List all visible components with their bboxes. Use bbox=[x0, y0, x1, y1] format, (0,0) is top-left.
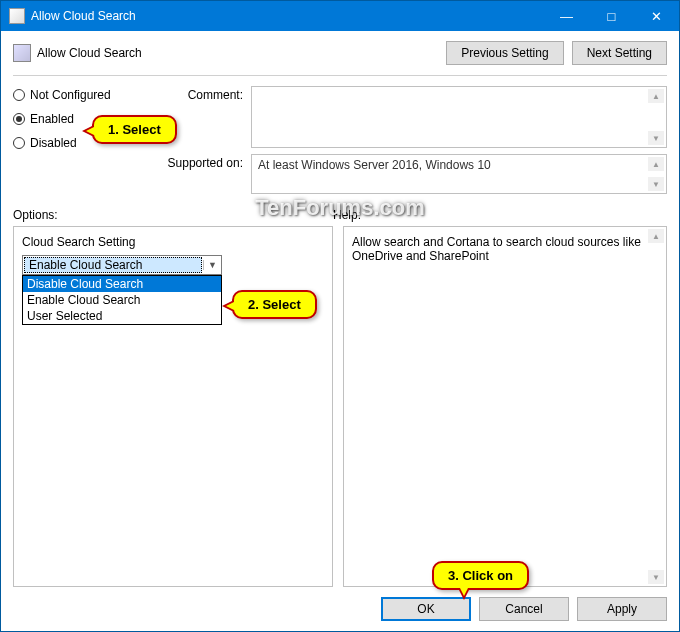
close-button[interactable]: ✕ bbox=[634, 1, 679, 31]
help-label: Help: bbox=[333, 208, 361, 222]
supported-text: At least Windows Server 2016, Windows 10 bbox=[258, 158, 491, 172]
supported-label: Supported on: bbox=[163, 154, 243, 194]
previous-setting-button[interactable]: Previous Setting bbox=[446, 41, 563, 65]
panes: Cloud Search Setting Enable Cloud Search… bbox=[13, 226, 667, 587]
comment-textarea[interactable]: ▲ ▼ bbox=[251, 86, 667, 148]
scroll-up-icon[interactable]: ▲ bbox=[648, 229, 664, 243]
annotation-callout-1: 1. Select bbox=[92, 115, 177, 144]
dialog-window: Allow Cloud Search — □ ✕ Allow Cloud Sea… bbox=[0, 0, 680, 632]
policy-title: Allow Cloud Search bbox=[37, 46, 446, 60]
titlebar-buttons: — □ ✕ bbox=[544, 1, 679, 31]
radio-not-configured[interactable]: Not Configured bbox=[13, 88, 163, 102]
radio-label: Not Configured bbox=[30, 88, 111, 102]
options-pane: Cloud Search Setting Enable Cloud Search… bbox=[13, 226, 333, 587]
cloud-search-dropdown[interactable]: Enable Cloud Search ▼ Disable Cloud Sear… bbox=[22, 255, 222, 275]
chevron-down-icon: ▼ bbox=[203, 260, 221, 270]
scroll-up-icon[interactable]: ▲ bbox=[648, 89, 664, 103]
dropdown-item-user-selected[interactable]: User Selected bbox=[23, 308, 221, 324]
titlebar: Allow Cloud Search — □ ✕ bbox=[1, 1, 679, 31]
scroll-up-icon[interactable]: ▲ bbox=[648, 157, 664, 171]
dialog-buttons: OK Cancel Apply bbox=[13, 587, 667, 621]
radio-icon bbox=[13, 89, 25, 101]
config-right: Comment: ▲ ▼ Supported on: bbox=[163, 86, 667, 194]
help-text: Allow search and Cortana to search cloud… bbox=[352, 235, 646, 263]
dropdown-item-disable[interactable]: Disable Cloud Search bbox=[23, 276, 221, 292]
minimize-button[interactable]: — bbox=[544, 1, 589, 31]
app-icon bbox=[9, 8, 25, 24]
help-pane: Allow search and Cortana to search cloud… bbox=[343, 226, 667, 587]
radio-label: Enabled bbox=[30, 112, 74, 126]
radio-icon bbox=[13, 137, 25, 149]
dropdown-selected-text: Enable Cloud Search bbox=[24, 257, 202, 273]
dropdown-item-enable[interactable]: Enable Cloud Search bbox=[23, 292, 221, 308]
header-row: Allow Cloud Search Previous Setting Next… bbox=[13, 41, 667, 65]
next-setting-button[interactable]: Next Setting bbox=[572, 41, 667, 65]
scroll-down-icon[interactable]: ▼ bbox=[648, 177, 664, 191]
nav-buttons: Previous Setting Next Setting bbox=[446, 41, 667, 65]
scroll-down-icon[interactable]: ▼ bbox=[648, 131, 664, 145]
annotation-callout-2: 2. Select bbox=[232, 290, 317, 319]
options-label: Options: bbox=[13, 208, 333, 222]
dropdown-list: Disable Cloud Search Enable Cloud Search… bbox=[22, 275, 222, 325]
divider bbox=[13, 75, 667, 76]
radio-icon bbox=[13, 113, 25, 125]
annotation-callout-3: 3. Click on bbox=[432, 561, 529, 590]
apply-button[interactable]: Apply bbox=[577, 597, 667, 621]
supported-textarea: At least Windows Server 2016, Windows 10… bbox=[251, 154, 667, 194]
cloud-search-setting-label: Cloud Search Setting bbox=[22, 235, 324, 249]
scrollbar[interactable]: ▲ ▼ bbox=[648, 157, 664, 191]
comment-row: Comment: ▲ ▼ bbox=[163, 86, 667, 148]
ok-button[interactable]: OK bbox=[381, 597, 471, 621]
supported-row: Supported on: At least Windows Server 20… bbox=[163, 154, 667, 194]
scrollbar[interactable]: ▲ ▼ bbox=[648, 229, 664, 584]
maximize-button[interactable]: □ bbox=[589, 1, 634, 31]
panes-labels: Options: Help: bbox=[13, 208, 667, 222]
radio-label: Disabled bbox=[30, 136, 77, 150]
cancel-button[interactable]: Cancel bbox=[479, 597, 569, 621]
scroll-down-icon[interactable]: ▼ bbox=[648, 570, 664, 584]
scrollbar[interactable]: ▲ ▼ bbox=[648, 89, 664, 145]
window-title: Allow Cloud Search bbox=[31, 9, 544, 23]
policy-icon bbox=[13, 44, 31, 62]
